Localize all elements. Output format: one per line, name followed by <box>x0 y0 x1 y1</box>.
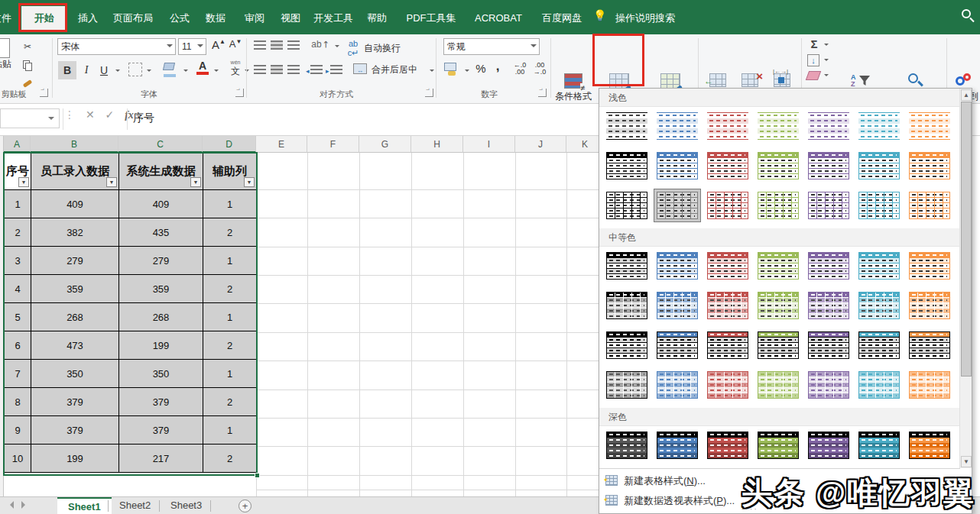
new-sheet-button[interactable]: + <box>239 499 251 512</box>
filter-dropdown-button[interactable]: ▼ <box>18 177 29 187</box>
gallery-item-mbanded-cyan[interactable] <box>855 249 903 283</box>
phonetic-guide-button[interactable]: wén文 <box>228 60 243 78</box>
fill-handle[interactable] <box>255 473 260 478</box>
bold-button[interactable]: B <box>58 61 76 79</box>
fill-color-dropdown[interactable] <box>183 70 188 74</box>
autosum-dropdown[interactable] <box>824 44 829 48</box>
table-row[interactable]: 52682681 <box>5 303 257 331</box>
table-cell[interactable]: 2 <box>203 444 257 473</box>
table-cell[interactable]: 5 <box>5 303 31 331</box>
gallery-item-stripes-cyan[interactable] <box>855 109 903 143</box>
table-cell[interactable]: 2 <box>203 218 257 247</box>
table-cell[interactable]: 379 <box>119 416 203 444</box>
table-cell[interactable]: 350 <box>119 360 203 388</box>
gallery-item-dark-red[interactable] <box>704 428 751 462</box>
sheet-tab-Sheet3[interactable]: Sheet3 <box>160 497 213 514</box>
table-cell[interactable]: 2 <box>203 275 257 303</box>
gallery-item-header-blue[interactable] <box>654 149 701 183</box>
merge-center-icon[interactable]: ↔ <box>353 63 367 74</box>
underline-dropdown[interactable] <box>115 70 120 74</box>
gallery-item-mchecker-purple[interactable] <box>805 289 852 322</box>
table-cell[interactable]: 2 <box>5 218 31 247</box>
align-left-button[interactable] <box>254 65 266 74</box>
gallery-item-msolid-green[interactable] <box>754 368 802 402</box>
tab-插入[interactable]: 插入 <box>73 6 103 31</box>
percent-style-button[interactable]: % <box>474 62 488 75</box>
font-size-combo[interactable]: 11 <box>178 38 206 55</box>
tab-开始[interactable]: 开始 <box>21 6 67 31</box>
paste-button[interactable]: 粘贴 <box>0 38 15 72</box>
wrap-text-button[interactable]: 自动换行 <box>364 42 417 55</box>
table-row[interactable]: 101992172 <box>5 444 257 473</box>
scrollbar-thumb[interactable] <box>961 102 972 377</box>
gallery-item-mdark-cyan[interactable] <box>855 328 903 362</box>
table-row[interactable]: 14094091 <box>5 190 257 218</box>
search-icon[interactable] <box>962 9 977 24</box>
gallery-item-dark-cyan[interactable] <box>855 428 903 462</box>
gallery-item-mdark-none[interactable] <box>603 328 651 362</box>
column-header-B[interactable]: B <box>31 136 118 153</box>
gallery-item-grid-none[interactable] <box>603 189 651 222</box>
table-cell[interactable]: 1 <box>203 247 257 275</box>
table-cell[interactable]: 7 <box>5 360 31 388</box>
gallery-item-mbanded-purple[interactable] <box>805 249 852 283</box>
table-cell[interactable]: 359 <box>119 275 203 303</box>
merge-center-button[interactable]: 合并后居中 <box>372 63 431 76</box>
gallery-item-msolid-none[interactable] <box>603 368 651 402</box>
autosum-button[interactable]: Σ <box>807 37 821 50</box>
table-row[interactable]: 32792791 <box>5 247 257 275</box>
table-cell[interactable]: 1 <box>203 416 257 444</box>
accounting-dropdown[interactable] <box>465 70 469 74</box>
table-row[interactable]: 93793791 <box>5 416 257 444</box>
borders-dropdown[interactable] <box>147 70 151 74</box>
table-cell[interactable]: 6 <box>5 331 31 360</box>
gallery-item-header-green[interactable] <box>754 149 802 183</box>
filter-dropdown-button[interactable]: ▼ <box>190 177 201 187</box>
scrollbar-up-arrow[interactable]: ▲ <box>961 89 972 101</box>
column-header-E[interactable]: E <box>256 136 307 153</box>
borders-button[interactable] <box>128 63 142 76</box>
gallery-item-mbanded-none[interactable] <box>603 249 651 283</box>
table-cell[interactable]: 9 <box>5 416 31 444</box>
gallery-item-mdark-purple[interactable] <box>805 328 852 362</box>
copy-icon[interactable] <box>21 59 34 71</box>
comma-style-button[interactable]: , <box>492 59 503 74</box>
gallery-item-grid-cyan[interactable] <box>855 189 903 222</box>
gallery-item-msolid-red[interactable] <box>704 368 751 402</box>
column-header-A[interactable]: A <box>4 136 31 153</box>
table-cell[interactable]: 279 <box>119 247 203 275</box>
align-right-button[interactable] <box>287 65 300 74</box>
gallery-item-mchecker-green[interactable] <box>754 289 802 322</box>
table-row[interactable]: 23824352 <box>5 218 257 247</box>
table-cell[interactable]: 4 <box>5 275 31 303</box>
orientation-button[interactable]: ab↗ <box>310 39 330 50</box>
italic-button[interactable]: I <box>79 61 94 79</box>
clipboard-dialog-launcher[interactable] <box>40 89 48 97</box>
cancel-entry-icon[interactable]: ✕ <box>86 108 95 121</box>
column-header-H[interactable]: H <box>411 136 463 153</box>
tab-页面布局[interactable]: 页面布局 <box>105 6 161 31</box>
font-color-dropdown[interactable] <box>214 70 219 74</box>
gallery-item-header-red[interactable] <box>704 149 751 183</box>
gallery-item-hovered[interactable] <box>654 189 701 222</box>
confirm-entry-icon[interactable]: ✓ <box>105 108 115 121</box>
table-cell[interactable]: 382 <box>31 218 119 247</box>
table-row[interactable]: 83793792 <box>5 388 257 416</box>
wrap-text-icon[interactable]: abc↵ <box>346 39 361 58</box>
table-cell[interactable]: 2 <box>203 331 257 360</box>
table-cell[interactable]: 2 <box>203 388 257 416</box>
sheet-tab-Sheet2[interactable]: Sheet2 <box>109 497 161 514</box>
clear-button[interactable] <box>806 71 821 80</box>
font-dialog-launcher[interactable] <box>235 89 244 97</box>
table-cell[interactable]: 1 <box>203 190 257 218</box>
gallery-item-dark-blue[interactable] <box>654 428 701 462</box>
gallery-item-mbanded-green[interactable] <box>754 249 802 283</box>
column-header-C[interactable]: C <box>118 136 203 153</box>
decrease-indent-button[interactable]: ◂ <box>310 65 323 74</box>
formula-bar-value[interactable]: 序号 <box>133 112 154 125</box>
fill-dropdown[interactable] <box>824 59 829 63</box>
cut-icon[interactable]: ✂ <box>21 40 34 53</box>
sheet-tab-Sheet1[interactable]: Sheet1 <box>57 497 112 514</box>
gallery-item-stripes-none[interactable] <box>603 109 651 143</box>
column-header-J[interactable]: J <box>515 136 566 153</box>
